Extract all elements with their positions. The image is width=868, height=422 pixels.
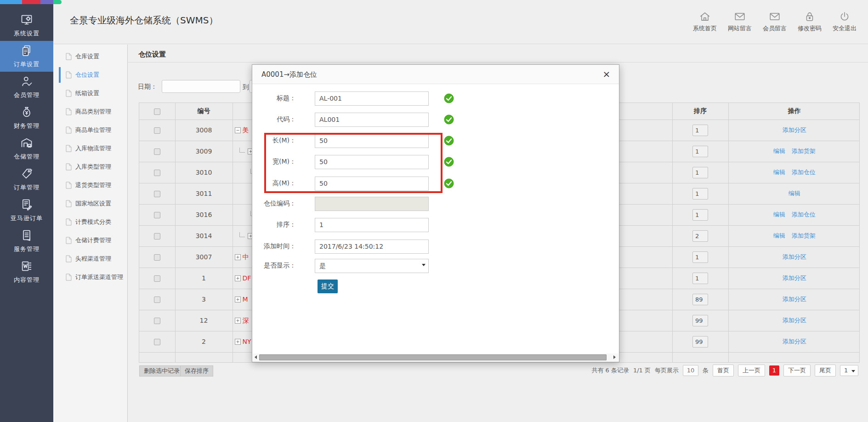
add-link[interactable]: 添加货架 — [792, 232, 816, 239]
sort-input[interactable]: 89 — [692, 294, 708, 305]
field-input[interactable]: 50 — [315, 177, 429, 191]
expand-icon[interactable] — [235, 297, 241, 304]
row-checkbox[interactable] — [154, 297, 160, 303]
sort-input[interactable]: 2 — [692, 230, 708, 242]
sort-input[interactable]: 1 — [692, 251, 708, 263]
row-checkbox[interactable] — [154, 339, 160, 345]
sidebar-item-7[interactable]: 亚马逊订单 — [0, 195, 53, 226]
next-page-button[interactable]: 下一页 — [783, 365, 811, 376]
topnav-item-5[interactable]: 安全退出 — [828, 11, 861, 33]
menu-item-11[interactable]: 仓储计费管理 — [53, 231, 127, 250]
menu-item-1[interactable]: 仓库设置 — [53, 47, 127, 66]
sort-input[interactable]: 1 — [692, 188, 708, 200]
menu-item-5[interactable]: 商品单位管理 — [53, 121, 127, 139]
sidebar-item-9[interactable]: 内容管理 — [0, 257, 53, 287]
field-input[interactable]: 2017/6/23 14:50:12 — [315, 240, 429, 254]
add-link[interactable]: 添加货架 — [792, 148, 816, 154]
edit-link[interactable]: 编辑 — [773, 232, 785, 239]
field-input[interactable]: 50 — [315, 134, 429, 148]
sort-input[interactable]: 1 — [692, 125, 708, 136]
row-checkbox[interactable] — [154, 127, 160, 134]
sidebar-item-3[interactable]: 会员管理 — [0, 72, 53, 103]
add-link[interactable]: 添加分区 — [783, 274, 806, 281]
close-icon[interactable]: × — [601, 69, 612, 79]
row-checkbox[interactable] — [154, 318, 160, 324]
collapse-icon[interactable] — [235, 127, 241, 135]
row-checkbox[interactable] — [154, 148, 160, 155]
sidebar-item-2[interactable]: 订单设置 — [0, 41, 53, 72]
field-input[interactable]: AL001 — [315, 113, 429, 127]
menu-item-10[interactable]: 计费模式分类 — [53, 213, 127, 231]
current-page-button[interactable]: 1 — [769, 365, 779, 376]
sidebar-item-5[interactable]: 仓储管理 — [0, 133, 53, 164]
sidebar-item-4[interactable]: 财务管理 — [0, 103, 53, 133]
topnav-item-3[interactable]: 会员留言 — [759, 11, 791, 33]
menu-item-9[interactable]: 国家地区设置 — [53, 194, 127, 213]
row-checkbox[interactable] — [154, 233, 160, 240]
scroll-left-arrow-icon[interactable] — [253, 354, 259, 361]
row-checkbox[interactable] — [154, 170, 160, 176]
row-checkbox[interactable] — [154, 191, 160, 197]
sort-input[interactable]: 1 — [692, 167, 708, 178]
expand-icon[interactable] — [235, 254, 241, 262]
save-sort-button[interactable]: 保存排序 — [180, 365, 213, 376]
scroll-right-arrow-icon[interactable] — [611, 354, 618, 361]
topnav-item-1[interactable]: 系统首页 — [689, 11, 721, 33]
pagination: 共有 6 条记录 1/1 页 每页展示 10 条 首页 上一页 1 下一页 尾页… — [591, 365, 858, 376]
add-link[interactable]: 添加分区 — [783, 338, 806, 345]
sort-input[interactable]: 1 — [692, 209, 708, 221]
field-input[interactable]: 50 — [315, 155, 429, 169]
per-page-input[interactable]: 10 — [683, 365, 698, 376]
menu-item-4[interactable]: 商品类别管理 — [53, 103, 127, 121]
last-page-button[interactable]: 尾页 — [815, 365, 836, 376]
delete-selected-button[interactable]: 删除选中记录 — [139, 365, 184, 376]
add-link[interactable]: 添加分区 — [783, 296, 806, 302]
sidebar-item-8[interactable]: 服务管理 — [0, 226, 53, 257]
edit-link[interactable]: 编辑 — [773, 211, 785, 218]
page-select-dropdown[interactable]: 1 — [840, 365, 858, 376]
add-link[interactable]: 添加分区 — [783, 126, 806, 133]
sort-input[interactable]: 99 — [692, 336, 708, 348]
edit-link[interactable]: 编辑 — [773, 169, 785, 176]
row-checkbox[interactable] — [154, 254, 160, 261]
edit-link[interactable]: 编辑 — [789, 190, 800, 197]
field-input[interactable]: 1 — [315, 218, 429, 232]
brand-color-strip — [0, 0, 62, 4]
menu-item-6[interactable]: 入库物流管理 — [53, 139, 127, 158]
doc-icon — [66, 71, 72, 79]
expand-icon[interactable] — [235, 318, 241, 325]
add-link[interactable]: 添加仓位 — [792, 169, 816, 176]
add-link[interactable]: 添加分区 — [783, 253, 806, 260]
sort-input[interactable]: 99 — [692, 315, 708, 326]
prev-page-button[interactable]: 上一页 — [738, 365, 765, 376]
display-select[interactable]: 是 — [315, 259, 429, 273]
edit-link[interactable]: 编辑 — [773, 148, 785, 154]
date-from-input[interactable] — [162, 80, 240, 93]
menu-item-7[interactable]: 入库类型管理 — [53, 158, 127, 176]
menu-item-12[interactable]: 头程渠道管理 — [53, 250, 127, 268]
sort-input[interactable]: 1 — [692, 146, 708, 157]
expand-icon[interactable] — [235, 275, 241, 283]
sidebar-item-6[interactable]: 订单管理 — [0, 164, 53, 195]
menu-item-13[interactable]: 订单派送渠道管理 — [53, 268, 127, 286]
menu-item-3[interactable]: 纸箱设置 — [53, 84, 127, 103]
home-icon — [699, 11, 711, 23]
finance-icon — [20, 106, 33, 119]
row-checkbox-cell — [139, 183, 175, 204]
menu-item-8[interactable]: 退货类型管理 — [53, 176, 127, 194]
add-link[interactable]: 添加分区 — [783, 317, 806, 324]
topnav-item-2[interactable]: 网站留言 — [724, 11, 756, 33]
row-checkbox[interactable] — [154, 212, 160, 218]
menu-item-2[interactable]: 仓位设置 — [53, 66, 127, 84]
scrollbar-thumb[interactable] — [259, 354, 607, 360]
topnav-item-4[interactable]: 修改密码 — [794, 11, 826, 33]
sidebar-item-1[interactable]: 系统设置 — [0, 10, 53, 41]
add-link[interactable]: 添加仓位 — [792, 211, 816, 218]
select-all-checkbox[interactable] — [154, 108, 160, 115]
submit-button[interactable]: 提交 — [318, 279, 338, 293]
first-page-button[interactable]: 首页 — [713, 365, 734, 376]
field-input[interactable]: AL-001 — [315, 91, 429, 106]
expand-icon[interactable] — [235, 339, 241, 346]
row-checkbox[interactable] — [154, 275, 160, 282]
sort-input[interactable]: 1 — [692, 273, 708, 284]
